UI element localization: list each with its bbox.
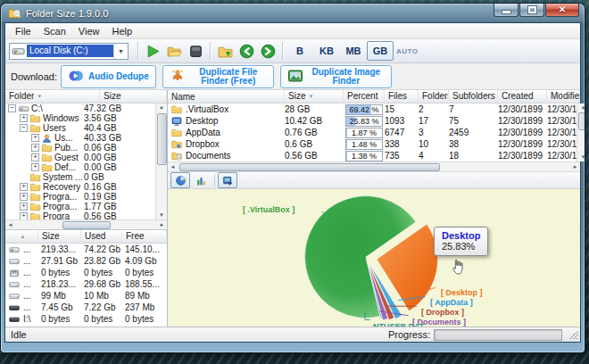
start-scan-button[interactable] [142, 41, 163, 61]
table-header-files[interactable]: Files [385, 90, 419, 103]
scrollbar-thumb[interactable] [179, 163, 440, 171]
table-header-size[interactable]: Size▼ [285, 90, 344, 103]
menu-scan[interactable]: Scan [37, 25, 72, 37]
export-chart-button[interactable] [218, 172, 237, 188]
scroll-down-icon[interactable]: ▼ [157, 211, 167, 219]
expand-icon[interactable]: + [31, 134, 39, 142]
scrollbar-thumb[interactable] [157, 113, 167, 165]
back-button[interactable] [236, 41, 257, 61]
table-header-percent[interactable]: Percent [344, 90, 385, 103]
drives-header-free[interactable]: Free [122, 230, 167, 243]
unit-gb-button[interactable]: GB [367, 41, 394, 61]
tree-row[interactable]: +Progra0.56 GB [5, 211, 155, 219]
scroll-left-icon[interactable]: ◄ [5, 221, 15, 229]
expand-icon[interactable]: + [20, 114, 28, 122]
drive-windows-icon [5, 244, 23, 255]
expand-icon[interactable]: + [20, 212, 28, 219]
table-vertical-scrollbar[interactable]: ▲ ▼ [577, 103, 585, 161]
menu-file[interactable]: File [9, 25, 37, 37]
chart-label-dropbox: [ Dropbox ] [421, 308, 464, 317]
drive-size: 219.33... [41, 244, 84, 254]
tree-row[interactable]: −C:\47.32 GB [5, 103, 155, 113]
table-header-modified[interactable]: Modified [547, 90, 580, 103]
drive-row[interactable]: ...219.33...74.22 Gb145.10... [5, 244, 167, 255]
unit-kb-button[interactable]: KB [313, 41, 340, 61]
tree-horizontal-scrollbar[interactable]: ◄ ► [5, 219, 167, 229]
table-header-created[interactable]: Created [498, 90, 547, 103]
tree-vertical-scrollbar[interactable]: ▲ ▼ [155, 103, 167, 219]
expand-icon[interactable]: + [20, 193, 28, 201]
scroll-right-icon[interactable]: ► [157, 221, 167, 229]
tree-header-folder[interactable]: Folder▼ [5, 90, 100, 103]
chevron-down-icon[interactable]: ▼ [113, 44, 128, 59]
stop-button[interactable] [185, 41, 206, 61]
expand-icon[interactable]: + [31, 163, 39, 171]
table-row[interactable]: Documents0.56 GB1.38 %73541812/30/189912… [168, 150, 577, 161]
scroll-left-icon[interactable]: ◄ [168, 163, 178, 171]
close-button[interactable]: ✕ [545, 4, 579, 17]
duplicate-image-finder-button[interactable]: Duplicate Image Finder [280, 65, 392, 88]
scrollbar-thumb[interactable] [578, 112, 585, 130]
tree-row[interactable]: +Guest0.00 GB [5, 153, 155, 162]
drives-header-size[interactable]: Size [38, 230, 81, 243]
unit-auto-button[interactable]: AUTO [394, 47, 421, 55]
duplicate-file-finder-button[interactable]: Duplicate File Finder (Free) [162, 65, 274, 88]
expand-icon[interactable]: + [20, 203, 28, 211]
drive-row[interactable]: ...7.45 Gb7.22 Gb237 Mb [5, 302, 167, 313]
folder-up-button[interactable] [214, 41, 236, 61]
tree-item-label: Guest [54, 153, 79, 162]
tree-row[interactable]: −Users40.4 GB [5, 123, 155, 133]
table-header-folders[interactable]: Folders [419, 90, 449, 103]
maximize-button[interactable] [519, 4, 544, 17]
drive-row[interactable]: ...0 bytes0 bytes0 bytes [5, 267, 167, 278]
scroll-up-icon[interactable]: ▲ [157, 103, 167, 112]
download-button-label: Duplicate Image Finder [308, 68, 385, 86]
expand-icon[interactable]: + [20, 183, 28, 191]
expand-icon[interactable]: + [31, 144, 39, 152]
table-header-name[interactable]: Name [168, 90, 285, 103]
table-row[interactable]: AppData0.76 GB1.87 %67473245912/30/18991… [168, 127, 577, 138]
scroll-right-icon[interactable]: ► [570, 163, 580, 171]
tree-row[interactable]: System ...0 GB [5, 172, 155, 182]
forward-button[interactable] [257, 41, 278, 61]
table-horizontal-scrollbar[interactable]: ◄ ► [168, 161, 580, 171]
pie-chart[interactable]: Desktop 25.83% [ .VirtualBox ][ Desktop … [168, 189, 580, 327]
drives-header-drive[interactable]: ▲ [5, 230, 38, 243]
tree-item-size: 47.32 GB [84, 103, 137, 113]
tree-row[interactable]: +Windows3.56 GB [5, 113, 155, 123]
collapse-icon[interactable]: − [20, 124, 28, 132]
unit-b-button[interactable]: B [286, 41, 313, 61]
drive-row[interactable]: I:\0 bytes0 bytes0 bytes [5, 313, 167, 325]
scroll-down-icon[interactable]: ▼ [578, 153, 585, 161]
collapse-icon[interactable]: − [8, 104, 16, 112]
pie-chart-button[interactable] [170, 172, 190, 188]
tree-row[interactable]: +Progra...0.19 GB [5, 192, 155, 202]
menu-help[interactable]: Help [105, 25, 138, 37]
tree-row[interactable]: +Recovery0.16 GB [5, 182, 155, 192]
bar-chart-button[interactable] [191, 172, 211, 188]
menu-view[interactable]: View [72, 25, 106, 37]
minimize-button[interactable] [494, 4, 518, 17]
audio-dedupe-button[interactable]: Audio Dedupe [61, 65, 156, 88]
unit-mb-button[interactable]: MB [340, 41, 367, 61]
resize-grip[interactable] [569, 330, 578, 339]
drive-row[interactable]: ...99 Mb10 Mb89 Mb [5, 290, 167, 302]
tree-row[interactable]: +Def...0.00 GB [5, 162, 155, 172]
table-header-subfolders[interactable]: Subfolders [449, 90, 498, 103]
scrollbar-thumb[interactable] [62, 221, 111, 229]
drives-header-used[interactable]: Used [81, 230, 122, 243]
tree-row[interactable]: +Us...40.33 GB [5, 133, 155, 143]
drive-row[interactable]: ...27.91 Gb23.82 Gb4.09 Gb [5, 255, 167, 267]
table-row[interactable]: .VirtualBox28 GB69.42 %152712/30/189912/… [168, 103, 577, 115]
tree-row[interactable]: +Pub...0.06 GB [5, 143, 155, 153]
drive-selector[interactable]: Local Disk (C:) ▼ [9, 43, 129, 60]
table-row[interactable]: Desktop10.42 GB25.83 %1093177512/30/1899… [168, 115, 577, 127]
scroll-up-icon[interactable]: ▲ [578, 103, 585, 112]
titlebar[interactable]: Folder Size 1.9.0.0 ✕ [1, 4, 585, 22]
tree-row[interactable]: +Progra...1.77 GB [5, 202, 155, 211]
table-row[interactable]: Dropbox0.6 GB1.48 %338103812/30/189912/3… [168, 138, 577, 150]
scan-folder-button[interactable] [163, 41, 185, 61]
tree-header-size[interactable]: Size [100, 90, 167, 103]
drive-row[interactable]: ...218.23...29.68 Gb188.55... [5, 278, 167, 290]
expand-icon[interactable]: + [31, 153, 39, 161]
